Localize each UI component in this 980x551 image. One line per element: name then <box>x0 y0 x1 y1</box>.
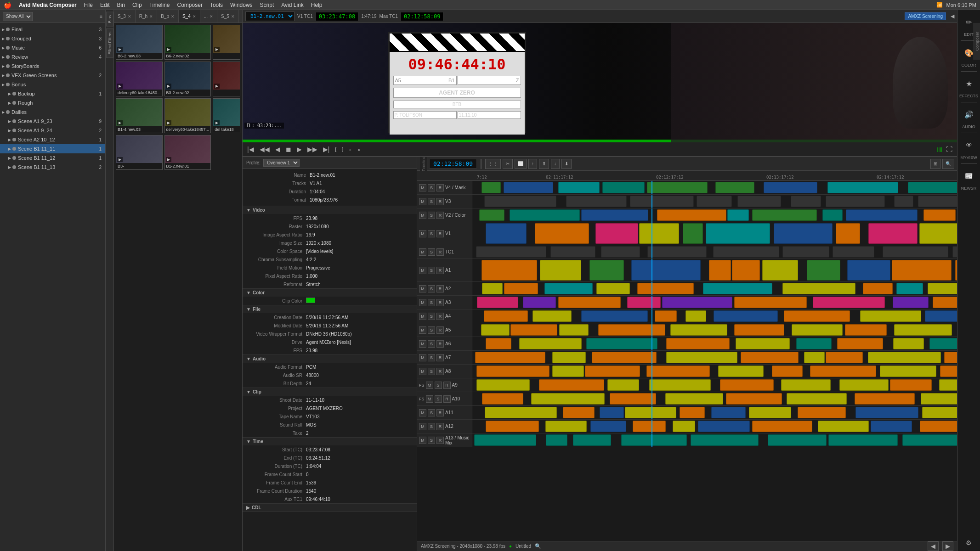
bin-thumb-6[interactable]: ▶ B1-4.new.03 <box>116 98 163 133</box>
track-lock-btn-2[interactable]: R <box>436 212 444 219</box>
menu-timeline[interactable]: Timeline <box>149 2 170 8</box>
track-segment-6-2[interactable] <box>544 283 593 294</box>
status-left-nav[interactable]: ◀ <box>928 541 939 551</box>
track-solo-btn-14[interactable]: S <box>435 395 442 403</box>
track-segment-13-7[interactable] <box>890 379 932 391</box>
track-content-4[interactable] <box>472 245 957 259</box>
myview-label[interactable]: MYVIEW <box>960 155 977 160</box>
track-segment-15-3[interactable] <box>625 407 676 418</box>
inspector-cdl-title[interactable]: ▶ CDL <box>243 504 417 512</box>
ff-btn[interactable]: ▶▶ <box>306 145 319 154</box>
bin-tab-S5[interactable]: S_5✕ <box>217 10 239 22</box>
track-segment-0-7[interactable] <box>827 182 898 193</box>
track-segment-2-3[interactable] <box>657 209 726 221</box>
track-segment-0-0[interactable] <box>482 182 500 193</box>
track-segment-15-6[interactable] <box>749 407 792 418</box>
myview-icon[interactable]: 👁 <box>961 137 977 153</box>
track-segment-3-7[interactable] <box>836 223 861 244</box>
track-mute-btn-13[interactable]: M <box>426 382 433 389</box>
track-segment-15-9[interactable] <box>922 407 957 418</box>
track-solo-btn-3[interactable]: S <box>428 230 435 237</box>
track-segment-2-8[interactable] <box>923 209 956 221</box>
track-segment-14-7[interactable] <box>921 393 957 405</box>
track-solo-btn-11[interactable]: S <box>428 354 435 361</box>
track-segment-12-7[interactable] <box>880 365 937 377</box>
track-mute-btn-14[interactable]: M <box>426 395 433 403</box>
track-lock-btn-10[interactable]: R <box>436 340 444 348</box>
collapse-icon[interactable]: ◀ <box>951 13 954 19</box>
inspector-video-title[interactable]: ▼ Video <box>243 206 417 214</box>
track-segment-10-0[interactable] <box>486 338 511 349</box>
track-segment-3-6[interactable] <box>774 223 833 244</box>
overwrite-btn[interactable]: ⬥ <box>356 146 363 153</box>
track-mute-btn-17[interactable]: M <box>419 437 426 444</box>
track-segment-4-1[interactable] <box>550 246 595 258</box>
track-segment-7-3[interactable] <box>627 297 661 308</box>
track-mute-btn-6[interactable]: M <box>419 285 426 292</box>
track-segment-15-7[interactable] <box>798 407 846 418</box>
track-segment-5-8[interactable] <box>847 260 890 281</box>
track-content-9[interactable] <box>472 323 957 337</box>
track-lock-btn-17[interactable]: R <box>436 437 444 444</box>
snapping-btn[interactable]: ⋮⋮ <box>485 159 501 169</box>
track-segment-8-6[interactable] <box>784 310 850 322</box>
track-segment-7-8[interactable] <box>933 297 957 308</box>
track-segment-11-4[interactable] <box>741 352 799 363</box>
track-content-3[interactable] <box>472 222 957 245</box>
bin-item-grouped[interactable]: ▶ Grouped 3 <box>0 34 105 43</box>
track-segment-11-1[interactable] <box>552 352 585 363</box>
track-content-1[interactable] <box>472 195 957 208</box>
track-segment-17-4[interactable] <box>691 434 759 446</box>
track-segment-3-4[interactable] <box>683 223 702 244</box>
step-back-btn[interactable]: |◀ <box>245 145 256 154</box>
bin-thumb-1[interactable]: ▶ B6-2.new.02 <box>164 25 211 60</box>
track-segment-10-6[interactable] <box>837 338 883 349</box>
track-segment-9-4[interactable] <box>670 324 727 336</box>
track-segment-3-5[interactable] <box>706 223 770 244</box>
track-content-2[interactable] <box>472 208 957 222</box>
track-lock-btn-15[interactable]: R <box>436 409 444 416</box>
bin-thumb-10[interactable]: ▶ B1-2.new.01 <box>164 135 211 170</box>
track-segment-17-7[interactable] <box>902 434 957 446</box>
track-segment-10-1[interactable] <box>519 338 581 349</box>
track-segment-12-6[interactable] <box>810 365 876 377</box>
bin-tab-S4[interactable]: S_4✕ <box>179 10 200 22</box>
track-segment-17-1[interactable] <box>546 434 567 446</box>
bin-tab-S3[interactable]: S_3✕ <box>114 10 136 22</box>
bin-tab-close[interactable]: ✕ <box>128 14 131 19</box>
apple-menu[interactable]: 🍎 <box>4 1 11 9</box>
track-solo-btn-8[interactable]: S <box>428 313 435 320</box>
track-segment-9-6[interactable] <box>792 324 843 336</box>
track-content-17[interactable] <box>472 433 957 447</box>
track-segment-4-8[interactable] <box>952 246 957 258</box>
status-search-icon[interactable]: 🔍 <box>535 543 541 549</box>
track-segment-7-5[interactable] <box>734 297 807 308</box>
track-segment-0-4[interactable] <box>647 182 708 193</box>
track-content-13[interactable] <box>472 378 957 392</box>
inspector-audio-title[interactable]: ▼ Audio <box>243 355 417 363</box>
inspector-clip-title[interactable]: ▼ Clip <box>243 388 417 396</box>
newsr-label[interactable]: NEWSR <box>961 186 977 191</box>
out-btn[interactable]: ] <box>340 146 345 153</box>
track-lock-btn-13[interactable]: R <box>443 382 451 389</box>
bin-item-bonus[interactable]: ▶ Bonus <box>0 80 105 89</box>
bin-item-final[interactable]: ▶ Final 3 <box>0 25 105 34</box>
track-segment-5-7[interactable] <box>807 260 840 281</box>
track-segment-0-5[interactable] <box>715 182 754 193</box>
track-mute-btn-3[interactable]: M <box>419 230 426 237</box>
bin-item-scene-a1-9_24[interactable]: ▶ Scene A1 9_24 2 <box>0 126 105 135</box>
track-segment-4-6[interactable] <box>833 246 874 258</box>
track-segment-16-2[interactable] <box>590 421 626 432</box>
track-segment-9-3[interactable] <box>598 324 665 336</box>
track-solo-btn-1[interactable]: S <box>428 198 435 205</box>
track-segment-1-1[interactable] <box>566 196 627 207</box>
track-segment-10-5[interactable] <box>796 338 832 349</box>
track-segment-6-7[interactable] <box>863 283 893 294</box>
menu-windows[interactable]: Windows <box>230 2 253 8</box>
track-segment-4-2[interactable] <box>601 246 640 258</box>
bin-item-review[interactable]: ▶ Review 4 <box>0 52 105 62</box>
track-mute-btn-10[interactable]: M <box>419 340 426 348</box>
source-clip-selector[interactable]: B1-2.new.01 <box>245 11 295 21</box>
track-segment-11-6[interactable] <box>826 352 863 363</box>
track-segment-15-2[interactable] <box>600 407 624 418</box>
